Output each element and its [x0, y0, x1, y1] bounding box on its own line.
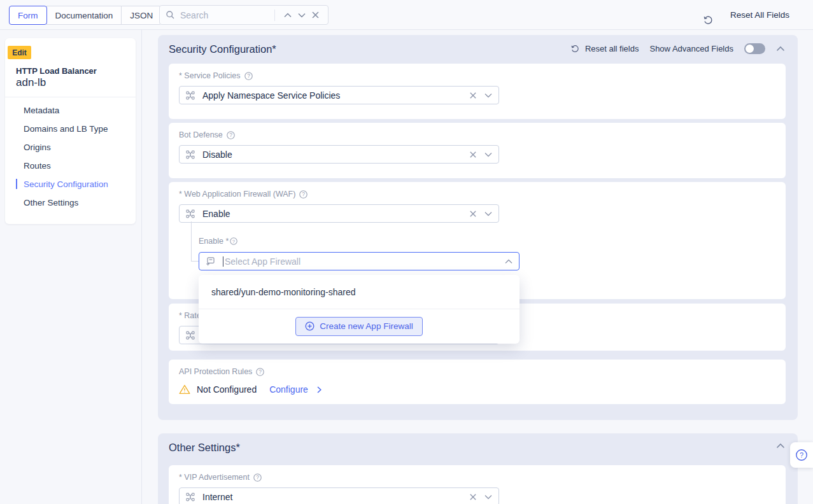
search-icon — [166, 10, 175, 20]
sidebar-item-label: Metadata — [24, 106, 59, 115]
create-button-label: Create new App Firewall — [320, 321, 413, 331]
clear-icon[interactable] — [470, 92, 476, 99]
chevron-down-icon[interactable] — [484, 152, 492, 157]
service-policies-select[interactable]: Apply Namespace Service Policies — [179, 86, 499, 104]
bot-defense-select[interactable]: Disable — [179, 145, 499, 164]
sidebar-item-other-settings[interactable]: Other Settings — [5, 193, 136, 212]
topbar: Form Documentation JSON Search Reset All… — [0, 0, 813, 30]
sidebar-divider — [5, 97, 136, 97]
sidebar-item-label: Security Configuration — [24, 179, 108, 189]
tab-documentation[interactable]: Documentation — [46, 6, 122, 25]
search-prev-button[interactable] — [281, 11, 295, 20]
select-value: Internet — [202, 492, 470, 502]
help-icon[interactable]: ? — [253, 473, 262, 482]
help-icon[interactable]: ? — [230, 237, 237, 245]
sidebar-item-origins[interactable]: Origins — [5, 138, 136, 157]
sidebar-item-label: Domains and LB Type — [24, 124, 108, 134]
reset-all-fields-button[interactable]: Reset All Fields — [714, 0, 789, 30]
search-clear-button[interactable] — [309, 10, 322, 20]
chevron-right-icon[interactable] — [317, 386, 322, 393]
one-of-selector-icon — [186, 209, 195, 218]
search-input[interactable]: Search — [159, 5, 329, 25]
section-title: Security Configuration* — [169, 43, 276, 55]
object-type-title: HTTP Load Balancer — [16, 66, 97, 76]
warning-icon — [179, 384, 190, 395]
clear-icon[interactable] — [470, 494, 476, 500]
search-placeholder: Search — [180, 10, 269, 20]
status-badge: Not Configured — [197, 384, 257, 395]
svg-text:?: ? — [232, 239, 236, 244]
active-indicator — [16, 179, 17, 189]
layout-divider — [141, 0, 142, 504]
dropdown-footer: Create new App Firewall — [199, 309, 520, 343]
undo-icon — [570, 45, 580, 53]
sidebar-item-domains[interactable]: Domains and LB Type — [5, 120, 136, 138]
sidebar-item-label: Origins — [24, 143, 51, 152]
question-circle-icon: ? — [795, 449, 808, 461]
help-icon[interactable]: ? — [256, 368, 264, 376]
field-label: * Rate — [179, 311, 201, 320]
field-label: * Web Application Firewall (WAF) — [179, 190, 295, 199]
field-label: * Service Policies — [179, 71, 241, 80]
service-policies-card: * Service Policies ? Apply Namespace Ser… — [169, 64, 786, 119]
plus-circle-icon — [305, 321, 315, 331]
chevron-up-icon[interactable] — [505, 259, 513, 264]
tab-form[interactable]: Form — [9, 6, 47, 25]
undo-icon — [714, 6, 725, 25]
advanced-fields-toggle[interactable] — [744, 43, 765, 54]
section-title: Other Settings* — [169, 442, 240, 454]
configure-link[interactable]: Configure — [269, 384, 308, 395]
clear-icon[interactable] — [470, 211, 476, 217]
field-label: Enable * — [199, 237, 229, 246]
one-of-selector-icon — [186, 91, 195, 100]
form-nav-panel: Edit HTTP Load Balancer adn-lb Metadata … — [5, 38, 136, 224]
edit-badge: Edit — [8, 46, 31, 59]
svg-text:?: ? — [258, 368, 262, 375]
text-cursor — [223, 256, 223, 267]
sidebar-item-security-configuration[interactable]: Security Configuration — [5, 175, 136, 193]
select-value: Apply Namespace Service Policies — [202, 90, 470, 101]
dropdown-option[interactable]: shared/yun-demo-monitoring-shared — [199, 275, 520, 309]
field-label: API Protection Rules — [179, 367, 252, 376]
one-of-selector-icon — [186, 493, 195, 501]
select-value: Enable — [202, 209, 470, 219]
search-next-button[interactable] — [295, 11, 309, 20]
section-controls: Reset all fields Show Advanced Fields — [570, 43, 785, 54]
help-button[interactable]: ? — [790, 442, 813, 468]
svg-text:?: ? — [302, 191, 306, 197]
sidebar-item-routes[interactable]: Routes — [5, 157, 136, 175]
app-firewall-dropdown: shared/yun-demo-monitoring-shared Create… — [199, 275, 520, 344]
sidebar-item-metadata[interactable]: Metadata — [5, 101, 136, 120]
collapse-section-icon[interactable] — [776, 46, 785, 52]
svg-text:?: ? — [256, 474, 259, 480]
one-of-selector-icon — [186, 331, 195, 340]
toggle-knob — [746, 45, 754, 53]
waf-select[interactable]: Enable — [179, 204, 499, 223]
view-tabs: Form Documentation JSON — [9, 6, 162, 25]
help-icon[interactable]: ? — [244, 72, 253, 80]
vip-advertisement-select[interactable]: Internet — [179, 487, 499, 504]
svg-text:?: ? — [229, 132, 232, 138]
security-configuration-section: Security Configuration* Reset all fields… — [158, 35, 798, 420]
bot-defense-card: Bot Defense ? Disable — [169, 123, 786, 178]
select-placeholder: Select App Firewall — [225, 256, 505, 267]
reset-section-button[interactable]: Reset all fields — [570, 44, 639, 53]
tab-json[interactable]: JSON — [121, 6, 162, 25]
object-name: adn-lb — [16, 76, 46, 89]
chevron-down-icon[interactable] — [484, 93, 492, 98]
sidebar-item-label: Other Settings — [24, 198, 78, 207]
help-icon[interactable]: ? — [299, 190, 308, 199]
clear-icon[interactable] — [470, 151, 476, 158]
svg-text:?: ? — [800, 451, 803, 459]
svg-text:?: ? — [247, 73, 250, 79]
search-divider — [274, 10, 275, 21]
collapse-section-icon[interactable] — [776, 443, 785, 449]
create-app-firewall-button[interactable]: Create new App Firewall — [295, 317, 422, 336]
chevron-down-icon[interactable] — [484, 211, 492, 216]
form-section-nav: Metadata Domains and LB Type Origins Rou… — [5, 101, 136, 212]
reset-section-label: Reset all fields — [585, 44, 639, 53]
reference-form-plus-icon — [206, 256, 215, 266]
help-icon[interactable]: ? — [227, 131, 235, 139]
chevron-down-icon[interactable] — [484, 494, 492, 500]
app-firewall-select[interactable]: Select App Firewall — [199, 252, 520, 270]
